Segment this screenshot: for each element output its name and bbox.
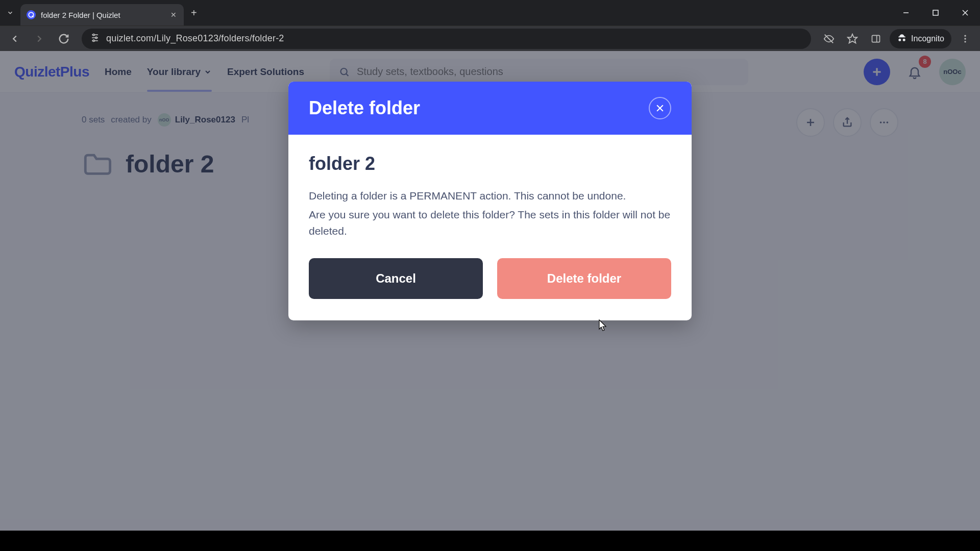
- quizlet-favicon-icon: [27, 10, 36, 19]
- bookmark-star-icon[interactable]: [843, 29, 862, 48]
- tab-search-button[interactable]: [0, 9, 20, 16]
- svg-rect-13: [872, 35, 880, 42]
- cancel-button[interactable]: Cancel: [309, 258, 483, 299]
- page-viewport: QuizletPlus Home Your library Expert Sol…: [0, 51, 980, 531]
- bottom-black-bar: [0, 531, 980, 551]
- close-icon: [655, 103, 665, 113]
- svg-point-16: [964, 38, 966, 39]
- close-window-button[interactable]: [950, 0, 980, 26]
- address-bar: quizlet.com/Lily_Rose0123/folders/folder…: [0, 26, 980, 51]
- svg-rect-2: [933, 10, 938, 15]
- side-panel-icon[interactable]: [866, 29, 886, 48]
- browser-titlebar: folder 2 Folder | Quizlet ✕ +: [0, 0, 980, 26]
- dialog-warning-line1: Deleting a folder is a PERMANENT action.…: [309, 188, 671, 205]
- back-button[interactable]: [5, 29, 24, 48]
- incognito-icon: [897, 33, 907, 45]
- minimize-button[interactable]: [891, 0, 921, 26]
- site-settings-icon[interactable]: [90, 33, 100, 45]
- maximize-button[interactable]: [921, 0, 950, 26]
- url-text: quizlet.com/Lily_Rose0123/folders/folder…: [106, 33, 284, 44]
- delete-folder-button[interactable]: Delete folder: [497, 258, 671, 299]
- browser-tab[interactable]: folder 2 Folder | Quizlet ✕: [20, 4, 184, 26]
- svg-point-10: [93, 40, 94, 41]
- modal-overlay[interactable]: Delete folder folder 2 Deleting a folder…: [0, 51, 980, 531]
- tab-title: folder 2 Folder | Quizlet: [41, 11, 165, 19]
- close-tab-icon[interactable]: ✕: [170, 11, 177, 19]
- svg-marker-12: [848, 34, 857, 42]
- reload-button[interactable]: [54, 29, 74, 48]
- window-controls: [891, 0, 980, 26]
- svg-point-17: [964, 41, 966, 42]
- incognito-label: Incognito: [911, 34, 944, 43]
- forward-button[interactable]: [30, 29, 49, 48]
- delete-folder-dialog: Delete folder folder 2 Deleting a folder…: [288, 82, 692, 320]
- svg-point-8: [93, 34, 94, 35]
- new-tab-button[interactable]: +: [184, 7, 204, 19]
- dialog-close-button[interactable]: [649, 97, 671, 119]
- dialog-warning-line2: Are you sure you want to delete this fol…: [309, 207, 671, 240]
- dialog-folder-name: folder 2: [309, 153, 671, 174]
- url-field[interactable]: quizlet.com/Lily_Rose0123/folders/folder…: [82, 29, 811, 49]
- svg-point-9: [95, 37, 97, 38]
- browser-menu-button[interactable]: [955, 29, 975, 48]
- eye-off-icon[interactable]: [819, 29, 839, 48]
- svg-point-15: [964, 35, 966, 36]
- incognito-chip[interactable]: Incognito: [890, 29, 951, 48]
- dialog-title: Delete folder: [309, 97, 420, 119]
